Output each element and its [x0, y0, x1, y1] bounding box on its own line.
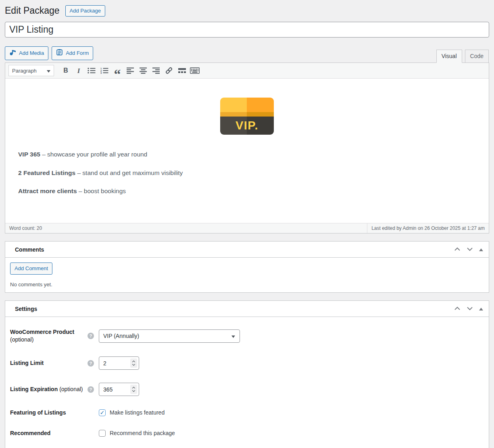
move-down-button[interactable] — [467, 246, 473, 252]
comments-metabox-title: Comments — [10, 246, 44, 253]
package-title-input[interactable] — [5, 22, 489, 38]
optional-hint: (optional) — [59, 386, 83, 392]
paragraph-text: – stand out and get maximum visibility — [75, 169, 183, 176]
vip-card-image[interactable]: VIP. — [220, 98, 274, 135]
help-icon[interactable]: ? — [88, 360, 94, 367]
add-form-button[interactable]: Add Form — [52, 46, 93, 60]
number-spinner — [130, 358, 137, 368]
editor-tools-row: Add Media Add Form Visual Code — [5, 46, 489, 63]
featuring-label: Featuring of Listings — [10, 409, 88, 417]
metabox-handle-icons — [454, 246, 484, 252]
editor-content-area[interactable]: VIP. VIP 365 – showcase your profile all… — [5, 79, 489, 223]
move-up-button[interactable] — [454, 306, 461, 312]
bulleted-list-button[interactable] — [85, 65, 98, 76]
paragraph-text: – boost bookings — [77, 188, 126, 194]
recommended-row: Recommended Recommend this package — [10, 429, 484, 437]
paragraph-bold-text: 2 Featured Listings — [18, 169, 75, 176]
content-paragraph: VIP 365 – showcase your profile all year… — [18, 150, 476, 159]
content-paragraph: Attract more clients – boost bookings — [18, 187, 476, 196]
comments-metabox-header[interactable]: Comments — [5, 242, 489, 258]
move-up-button[interactable] — [454, 246, 461, 252]
add-media-button[interactable]: Add Media — [5, 46, 48, 60]
spinner-down-icon[interactable] — [132, 364, 135, 366]
listing-expiration-row: Listing Expiration (optional) ? — [10, 383, 484, 396]
editor-box: Paragraph B I 123 “ VIP. VIP 365 – showc… — [5, 63, 489, 233]
field-label-text: Featuring of Listings — [10, 409, 66, 416]
move-down-button[interactable] — [467, 306, 473, 312]
chevron-up-icon — [454, 246, 461, 252]
field-label-text: Recommended — [10, 430, 50, 436]
listing-limit-row: Listing Limit ? — [10, 356, 484, 370]
help-icon-cell: ? — [88, 386, 99, 393]
recommend-package-checkbox[interactable] — [99, 430, 106, 437]
align-right-button[interactable] — [150, 65, 162, 76]
listing-limit-input-wrap — [99, 356, 139, 370]
numbered-list-icon: 123 — [100, 67, 108, 74]
vip-image-wrapper: VIP. — [18, 98, 476, 135]
svg-text:3: 3 — [100, 72, 102, 74]
triangle-up-icon — [479, 306, 483, 312]
spinner-up-icon[interactable] — [132, 360, 135, 363]
no-comments-message: No comments yet. — [10, 281, 484, 288]
comments-metabox: Comments Add Comment No comments yet. — [5, 241, 489, 293]
vip-card-gold-stripe — [220, 112, 274, 117]
recommended-label: Recommended — [10, 429, 88, 437]
featuring-checkbox-label: Make listings featured — [110, 409, 165, 416]
italic-icon: I — [77, 67, 80, 74]
page-header: Edit Package Add Package — [5, 5, 489, 17]
chevron-down-icon — [467, 306, 473, 312]
bold-button[interactable]: B — [60, 65, 72, 76]
field-label-text: Listing Expiration — [10, 386, 58, 392]
editor-toolbar: Paragraph B I 123 “ — [5, 63, 489, 79]
settings-metabox-header[interactable]: Settings — [5, 301, 489, 317]
settings-metabox-body: WooCommerce Product (optional) ? VIP (An… — [5, 317, 489, 448]
align-left-icon — [127, 67, 134, 74]
woocommerce-product-select[interactable]: VIP (Annually) — [99, 329, 240, 343]
paragraph-text: – showcase your profile all year round — [40, 151, 147, 158]
toggle-panel-button[interactable] — [479, 246, 483, 252]
woocommerce-product-row: WooCommerce Product (optional) ? VIP (An… — [10, 328, 484, 344]
dropdown-caret-icon — [47, 68, 50, 74]
insert-link-button[interactable] — [163, 65, 175, 76]
chevron-down-icon — [467, 246, 473, 252]
help-icon[interactable]: ? — [88, 386, 94, 393]
add-comment-button[interactable]: Add Comment — [10, 263, 52, 275]
align-right-icon — [152, 67, 160, 74]
italic-button[interactable]: I — [73, 65, 85, 76]
help-icon[interactable]: ? — [88, 333, 94, 339]
align-center-button[interactable] — [137, 65, 149, 76]
add-form-label: Add Form — [66, 50, 89, 57]
paragraph-bold-text: VIP 365 — [18, 151, 40, 158]
word-count: Word count: 20 — [5, 223, 46, 233]
toggle-panel-button[interactable] — [479, 306, 483, 312]
bold-icon: B — [63, 67, 68, 74]
triangle-up-icon — [479, 246, 483, 252]
field-label-text: Listing Limit — [10, 360, 44, 366]
read-more-button[interactable] — [176, 65, 188, 76]
field-label-text: WooCommerce Product — [10, 329, 74, 335]
add-media-icon — [9, 49, 16, 58]
tab-visual[interactable]: Visual — [436, 50, 462, 63]
recommended-checkbox-label: Recommend this package — [110, 430, 175, 436]
align-left-button[interactable] — [124, 65, 136, 76]
blockquote-button[interactable]: “ — [111, 65, 123, 76]
spinner-up-icon[interactable] — [132, 387, 135, 389]
bulleted-list-icon — [88, 67, 96, 74]
spinner-down-icon[interactable] — [132, 390, 135, 392]
listing-expiration-input-wrap — [99, 383, 139, 396]
settings-metabox-title: Settings — [10, 306, 37, 312]
keyboard-shortcuts-button[interactable] — [189, 65, 201, 76]
numbered-list-button[interactable]: 123 — [98, 65, 110, 76]
vip-card-text: VIP. — [236, 120, 258, 131]
keyboard-icon — [190, 67, 200, 74]
make-listings-featured-checkbox[interactable] — [99, 409, 106, 416]
form-clipboard-icon — [56, 49, 63, 58]
paragraph-format-dropdown[interactable]: Paragraph — [8, 65, 54, 76]
listing-limit-label: Listing Limit — [10, 359, 88, 367]
woocommerce-product-label: WooCommerce Product (optional) — [10, 328, 88, 344]
help-icon-cell: ? — [88, 360, 99, 367]
tab-code[interactable]: Code — [465, 50, 489, 63]
listing-expiration-label: Listing Expiration (optional) — [10, 385, 88, 393]
add-package-button[interactable]: Add Package — [65, 5, 105, 17]
select-caret-icon — [231, 335, 235, 338]
